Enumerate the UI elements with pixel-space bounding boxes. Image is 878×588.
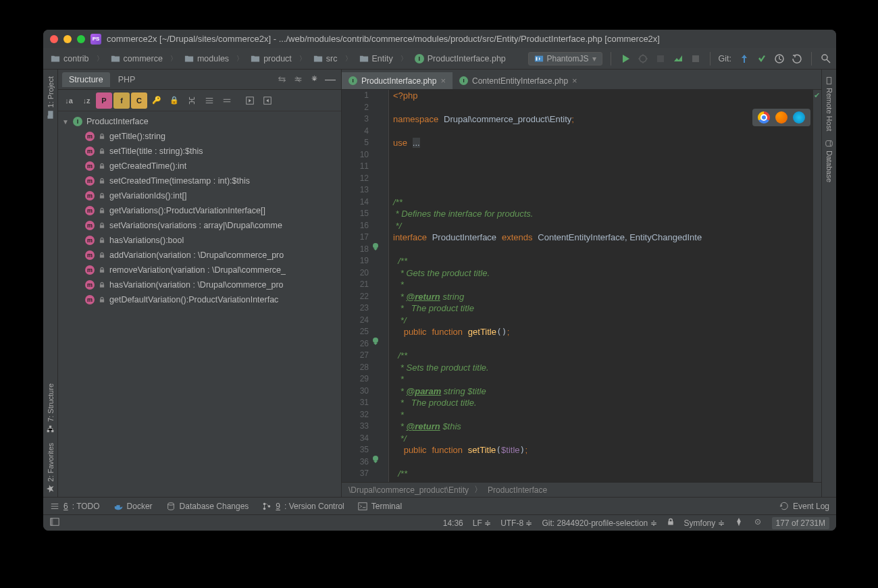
terminal-tool-button[interactable]: Terminal — [358, 502, 402, 511]
breadcrumb-commerce[interactable]: commerce — [107, 53, 166, 65]
tree-method[interactable]: mgetVariations():ProductVariationInterfa… — [58, 203, 341, 218]
project-tool-button[interactable]: 1: Project — [45, 72, 56, 123]
run-configuration-dropdown[interactable]: PhantomJS ▾ — [528, 52, 602, 65]
tree-method[interactable]: mhasVariations():bool — [58, 233, 341, 248]
breadcrumb-src[interactable]: src — [310, 53, 341, 65]
cursor-position[interactable]: 14:36 — [443, 518, 463, 528]
autoscroll-source-button[interactable] — [242, 92, 258, 109]
method-icon: m — [85, 161, 95, 171]
database-changes-tool-button[interactable]: Database Changes — [166, 502, 249, 511]
tree-method[interactable]: msetTitle(title : string):$this — [58, 144, 341, 159]
code-editor[interactable]: 1234510111213141516171819202122232425262… — [342, 90, 821, 482]
debug-button[interactable] — [637, 53, 649, 65]
interface-icon: I — [348, 76, 357, 85]
breadcrumb-ns[interactable]: \Drupal\commerce_product\Entity — [348, 485, 469, 495]
file-encoding[interactable]: UTF-8 ≑ — [500, 518, 532, 528]
show-fields-button[interactable]: f — [113, 92, 130, 109]
chrome-icon[interactable] — [758, 111, 770, 124]
git-branch[interactable]: Git: 2844920-profile-selection ≑ — [542, 518, 656, 528]
breadcrumb-modules[interactable]: modules — [181, 53, 232, 65]
memory-indicator[interactable]: 177 of 2731M — [772, 517, 829, 529]
tool-windows-toggle[interactable] — [50, 517, 59, 529]
method-icon: m — [85, 191, 95, 201]
git-commit-button[interactable] — [756, 53, 768, 65]
settings-icon[interactable] — [307, 73, 321, 86]
run-button[interactable] — [619, 53, 631, 65]
breadcrumb-file[interactable]: IProductInterface.php — [411, 53, 509, 65]
show-properties-button[interactable]: P — [96, 92, 112, 109]
breadcrumb-class[interactable]: ProductInterface — [488, 485, 547, 495]
php-tab[interactable]: PHP — [111, 72, 143, 87]
autoscroll-from-button[interactable] — [259, 92, 276, 109]
favorites-tool-button[interactable]: 2: Favorites — [45, 439, 56, 497]
firefox-icon[interactable] — [775, 111, 787, 124]
editor-tab[interactable]: I ContentEntityInterface.php × — [453, 72, 584, 89]
search-button[interactable] — [820, 53, 832, 65]
version-control-tool-button[interactable]: 9: Version Control9: Version Control — [262, 502, 344, 511]
history-button[interactable] — [773, 53, 785, 65]
tree-method[interactable]: mhasVariation(variation : \Drupal\commer… — [58, 277, 341, 292]
implements-gutter-icon[interactable] — [371, 455, 380, 463]
docker-tool-button[interactable]: Docker — [113, 502, 153, 511]
framework-indicator[interactable]: Symfony ≑ — [684, 518, 725, 528]
tree-method[interactable]: mremoveVariation(variation : \Drupal\com… — [58, 263, 341, 277]
chevron-down-icon[interactable]: ▼ — [62, 118, 69, 126]
close-icon[interactable]: × — [440, 76, 446, 86]
breadcrumb-entity[interactable]: Entity — [356, 53, 396, 65]
expand-icon[interactable] — [275, 73, 288, 86]
implements-gutter-icon[interactable] — [371, 337, 380, 345]
safari-icon[interactable] — [793, 111, 805, 124]
remote-host-tool-button[interactable]: Remote Host — [823, 72, 835, 135]
svg-point-15 — [830, 141, 832, 146]
interface-icon: I — [459, 76, 468, 85]
window-close-button[interactable] — [50, 35, 58, 43]
deployment-indicator[interactable] — [734, 517, 744, 529]
window-maximize-button[interactable] — [77, 35, 85, 43]
scroll-marker-bar[interactable]: ✔ — [813, 90, 821, 482]
structure-tab[interactable]: Structure — [62, 72, 110, 87]
svg-rect-6 — [51, 430, 53, 432]
profiler-button[interactable] — [672, 53, 684, 65]
tree-root[interactable]: ▼ I ProductInterface — [58, 114, 341, 129]
readonly-toggle[interactable] — [667, 518, 675, 528]
collapse-icon[interactable] — [291, 73, 305, 86]
todo-tool-button[interactable]: 66: TODO: TODO — [50, 502, 100, 511]
close-icon[interactable]: × — [572, 76, 577, 86]
coverage-button[interactable] — [654, 53, 667, 65]
tree-method[interactable]: mgetTitle():string — [58, 129, 341, 144]
revert-button[interactable] — [791, 53, 803, 65]
sort-visibility-button[interactable]: ↓z — [78, 92, 95, 109]
git-update-button[interactable] — [738, 53, 750, 65]
svg-point-19 — [268, 505, 271, 508]
tree-method[interactable]: msetCreatedTime(timestamp : int):$this — [58, 173, 341, 188]
collapse-all-button[interactable] — [219, 92, 235, 109]
show-inherited-button[interactable]: 🔑 — [149, 92, 165, 109]
breadcrumb-product[interactable]: product — [247, 53, 295, 65]
sort-alpha-button[interactable]: ↓a — [61, 92, 77, 109]
tree-method[interactable]: mgetVariationIds():int[] — [58, 188, 341, 203]
tree-method[interactable]: mgetCreatedTime():int — [58, 159, 341, 173]
code-content[interactable]: <?php namespace Drupal\commerce_product\… — [389, 90, 813, 482]
stop-button[interactable] — [690, 53, 702, 65]
database-tool-button[interactable]: Database — [823, 135, 835, 186]
method-icon: m — [85, 132, 95, 141]
structure-tool-button[interactable]: 7: Structure — [45, 379, 56, 437]
expand-all-button[interactable] — [201, 92, 217, 109]
window-minimize-button[interactable] — [63, 35, 72, 43]
hide-icon[interactable]: — — [324, 73, 337, 86]
show-constants-button[interactable]: C — [131, 92, 147, 109]
tree-method[interactable]: maddVariation(variation : \Drupal\commer… — [58, 248, 341, 263]
show-private-button[interactable]: 🔒 — [166, 92, 182, 109]
tree-method[interactable]: msetVariations(variations : array|\Drupa… — [58, 218, 341, 233]
implements-gutter-icon[interactable] — [371, 242, 380, 250]
svg-point-16 — [167, 502, 174, 505]
event-log-tool-button[interactable]: Event Log — [779, 502, 829, 511]
fold-gutter[interactable] — [381, 90, 389, 482]
navigation-toolbar: contrib〉 commerce〉 modules〉 product〉 src… — [43, 48, 836, 70]
editor-tab-active[interactable]: I ProductInterface.php × — [342, 72, 453, 89]
breadcrumb-contrib[interactable]: contrib — [47, 53, 93, 65]
line-separator[interactable]: LF ≑ — [473, 518, 491, 528]
inspection-indicator[interactable] — [753, 517, 763, 529]
tree-method[interactable]: mgetDefaultVariation():ProductVariationI… — [58, 292, 341, 307]
group-button[interactable] — [184, 92, 200, 109]
